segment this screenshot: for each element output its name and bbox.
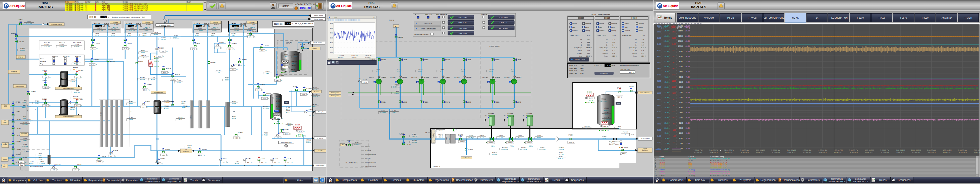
svg-text:TT2308: TT2308 [395,91,399,92]
svg-text:101.8 g/s: 101.8 g/s [468,137,474,139]
svg-text:100.0: 100.0 [162,154,165,156]
svg-text:EH3545: EH3545 [154,60,159,62]
svg-text:PT4502: PT4502 [23,105,28,107]
svg-text:9:00:00 PM: 9:00:00 PM [709,149,718,151]
svg-text:4/20/2025: 4/20/2025 [65,3,73,5]
svg-text:1.31 bar: 1.31 bar [306,141,311,143]
svg-text:4/29/2025: 4/29/2025 [803,152,811,153]
svg-text:0.36: 0.36 [641,50,644,51]
svg-text:CCS_MIN_TRIP: CCS_MIN_TRIP [620,69,630,70]
svg-text:FDT4201: FDT4201 [559,147,564,148]
svg-text:Levitated: Levitated [599,30,605,31]
svg-text:%: % [645,55,646,57]
svg-text:MECOS Reset: MECOS Reset [575,59,585,60]
svg-text:Graph 3000:: Graph 3000: [570,65,577,66]
svg-text:1.688 bar: 1.688 bar [74,91,80,93]
svg-text:%: % [96,64,97,66]
svg-text:From Subcooler: From Subcooler [640,92,649,93]
svg-text:TT5360: TT5360 [291,69,295,70]
svg-text:45.00: 45.00 [665,102,669,103]
svg-text:5:00:00 AM: 5:00:00 AM [771,149,780,151]
svg-text:Turbine T3570 wheel pressure h: Turbine T3570 wheel pressure high [123,7,148,9]
svg-text:PT4560: PT4560 [130,28,134,29]
svg-text:XV2359: XV2359 [466,59,471,61]
svg-text:CV3332: CV3332 [222,158,226,159]
svg-text:11:00:00 PM: 11:00:00 PM [911,149,921,151]
svg-text:TT3386: TT3386 [438,128,442,130]
svg-text:35.00: 35.00 [665,112,669,114]
svg-text:XV4305: XV4305 [16,154,21,155]
svg-text:Nb necessary pumps :: Nb necessary pumps : [414,34,429,35]
svg-text:65.00: 65.00 [665,81,669,83]
svg-text:XV4504: XV4504 [18,19,22,20]
svg-text:TT3560: TT3560 [127,32,131,34]
svg-text:266.2 mbar: 266.2 mbar [501,149,508,150]
svg-text:Turbines: Turbines [113,22,118,23]
svg-text:14.715 bar: 14.715 bar [182,107,189,109]
svg-text:+26.8 C: +26.8 C [22,140,27,141]
svg-text:204.6 K: 204.6 K [70,81,75,82]
svg-text:% bis: % bis [678,27,682,29]
svg-text:FDT4521: FDT4521 [73,67,79,69]
svg-text:Cooldown: Cooldown [642,149,648,151]
svg-text:2.400: 2.400 [657,74,661,76]
svg-text:-X3501: -X3501 [433,133,434,138]
svg-text:85.00: 85.00 [665,61,669,62]
svg-text:100.0: 100.0 [263,98,266,99]
svg-text:40.00: 40.00 [679,107,683,109]
svg-text:VLP 2K: VLP 2K [318,150,323,152]
svg-text:Enable: Enable [601,130,605,131]
svg-text:CV3272: CV3272 [264,45,269,46]
svg-text:PT2500: PT2500 [59,44,64,45]
svg-text:824 W: 824 W [589,100,593,102]
svg-text:50.06 %: 50.06 % [313,96,318,97]
svg-text:AMI: AMI [617,102,620,104]
svg-text:7:00:00 PM: 7:00:00 PM [694,149,703,151]
svg-text:2K vessel: 2K vessel [314,91,319,93]
svg-text:EV4300: EV4300 [19,41,24,43]
svg-text:8.42 bar: 8.42 bar [74,63,79,65]
svg-text:FDT4286: FDT4286 [263,106,269,107]
svg-text:XV4298: XV4298 [406,144,410,145]
svg-text:FDT4556: FDT4556 [164,100,170,101]
svg-text:%: % [49,77,51,78]
svg-text:1.97: 1.97 [587,39,590,40]
svg-text:CV3481: CV3481 [247,158,251,159]
svg-text:VLP6 Enable: VLP6 Enable [499,22,508,24]
svg-text:Rotating: Rotating [639,30,643,31]
svg-text:CV3550: CV3550 [127,43,132,44]
svg-text:To LT3266: To LT3266 [365,158,371,159]
svg-text:ST3570: ST3570 [214,24,219,26]
svg-text:%: % [166,51,167,52]
svg-text:2.200: 2.200 [657,80,661,82]
svg-text:3400: 3400 [581,70,584,71]
svg-text:COLD COMPRESSORS: COLD COMPRESSORS [590,13,610,16]
svg-text:Qr: Qr [581,44,582,46]
svg-text:TT3495: TT3495 [287,123,291,125]
svg-text:14.66 bar: 14.66 bar [129,30,135,31]
svg-text:30.00: 30.00 [679,117,683,118]
svg-text:3:00:00 AM: 3:00:00 AM [943,149,951,151]
svg-text:25.7 mbar: 25.7 mbar [558,158,564,160]
svg-text:74.5 C: 74.5 C [38,155,42,156]
svg-text:HV?: HV? [455,128,458,130]
svg-text:115.00: 115.00 [664,30,669,32]
svg-text:Status: Status [95,1,99,3]
svg-text:Cooldown step temperature setp: Cooldown step temperature setpoint (used… [112,16,145,18]
svg-text:%: % [226,162,228,163]
svg-text:Levitated: Levitated [625,30,630,31]
svg-text:87.8 C: 87.8 C [418,70,422,72]
svg-text:4000: 4000 [672,25,676,27]
svg-text:2000: 2000 [672,86,676,88]
svg-text:TT3200: TT3200 [264,132,268,134]
svg-text:TT5041: TT5041 [141,50,145,51]
svg-text:502 mbar: 502 mbar [492,154,497,155]
svg-text:2.600: 2.600 [657,68,661,70]
svg-text:4/25/2025: 4/25/2025 [65,7,73,9]
svg-text:70.00: 70.00 [679,76,683,78]
svg-text:XV2331: XV2331 [423,101,428,103]
svg-text:32.8 %: 32.8 % [589,97,593,99]
svg-text:EH5301: EH5301 [283,59,288,60]
svg-text:400: 400 [673,135,676,137]
svg-text:PDT4286: PDT4286 [604,117,609,118]
